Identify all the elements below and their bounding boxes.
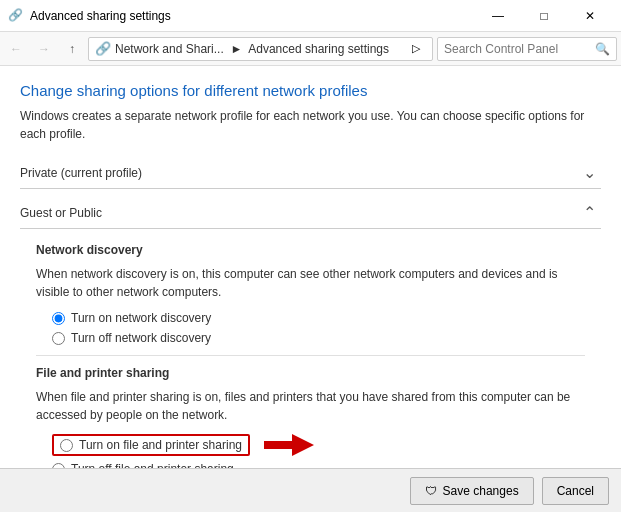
search-input[interactable] <box>444 42 595 56</box>
fps-on-highlight: Turn on file and printer sharing <box>52 434 250 456</box>
section-guest-public-content: Network discovery When network discovery… <box>20 229 601 492</box>
bottom-bar: 🛡 Save changes Cancel <box>0 468 621 512</box>
window-controls: — □ ✕ <box>475 0 613 32</box>
file-printer-sharing-title: File and printer sharing <box>36 366 585 380</box>
address-bar[interactable]: 🔗 Network and Shari... ► Advanced sharin… <box>88 37 433 61</box>
network-discovery-title: Network discovery <box>36 243 585 257</box>
network-discovery-options: Turn on network discovery Turn off netwo… <box>52 311 585 345</box>
address-go-button[interactable]: ▷ <box>406 39 426 59</box>
section-guest-public-label: Guest or Public <box>20 206 577 220</box>
save-icon: 🛡 <box>425 484 437 498</box>
window-icon: 🔗 <box>8 8 24 24</box>
toolbar: ← → ↑ 🔗 Network and Shari... ► Advanced … <box>0 32 621 66</box>
save-label: Save changes <box>443 484 519 498</box>
minimize-button[interactable]: — <box>475 0 521 32</box>
svg-marker-0 <box>264 434 314 456</box>
fps-on-radio[interactable] <box>60 439 73 452</box>
up-button[interactable]: ↑ <box>60 37 84 61</box>
window-title: Advanced sharing settings <box>30 9 475 23</box>
file-printer-sharing-description: When file and printer sharing is on, fil… <box>36 388 585 424</box>
content-area: Change sharing options for different net… <box>0 66 621 512</box>
red-arrow-annotation <box>264 434 314 456</box>
nd-off-option[interactable]: Turn off network discovery <box>52 331 585 345</box>
page-description: Windows creates a separate network profi… <box>20 107 601 143</box>
search-box[interactable]: 🔍 <box>437 37 617 61</box>
forward-button[interactable]: → <box>32 37 56 61</box>
divider <box>36 355 585 356</box>
network-discovery-description: When network discovery is on, this compu… <box>36 265 585 301</box>
title-bar: 🔗 Advanced sharing settings — □ ✕ <box>0 0 621 32</box>
address-text: Network and Shari... ► Advanced sharing … <box>115 42 406 56</box>
fps-on-label: Turn on file and printer sharing <box>79 438 242 452</box>
cancel-button[interactable]: Cancel <box>542 477 609 505</box>
section-private[interactable]: Private (current profile) ⌄ <box>20 157 601 189</box>
maximize-button[interactable]: □ <box>521 0 567 32</box>
fps-on-option[interactable]: Turn on file and printer sharing <box>52 434 585 456</box>
section-guest-public[interactable]: Guest or Public ⌃ <box>20 197 601 229</box>
nd-on-radio[interactable] <box>52 312 65 325</box>
chevron-up-icon: ⌃ <box>577 203 601 222</box>
nd-on-option[interactable]: Turn on network discovery <box>52 311 585 325</box>
page-title: Change sharing options for different net… <box>20 82 601 99</box>
nd-off-radio[interactable] <box>52 332 65 345</box>
chevron-down-icon: ⌄ <box>577 163 601 182</box>
close-button[interactable]: ✕ <box>567 0 613 32</box>
address-bar-icon: 🔗 <box>95 41 111 56</box>
back-button[interactable]: ← <box>4 37 28 61</box>
nd-on-label: Turn on network discovery <box>71 311 211 325</box>
nd-off-label: Turn off network discovery <box>71 331 211 345</box>
section-private-label: Private (current profile) <box>20 166 577 180</box>
save-changes-button[interactable]: 🛡 Save changes <box>410 477 534 505</box>
search-button[interactable]: 🔍 <box>595 42 610 56</box>
